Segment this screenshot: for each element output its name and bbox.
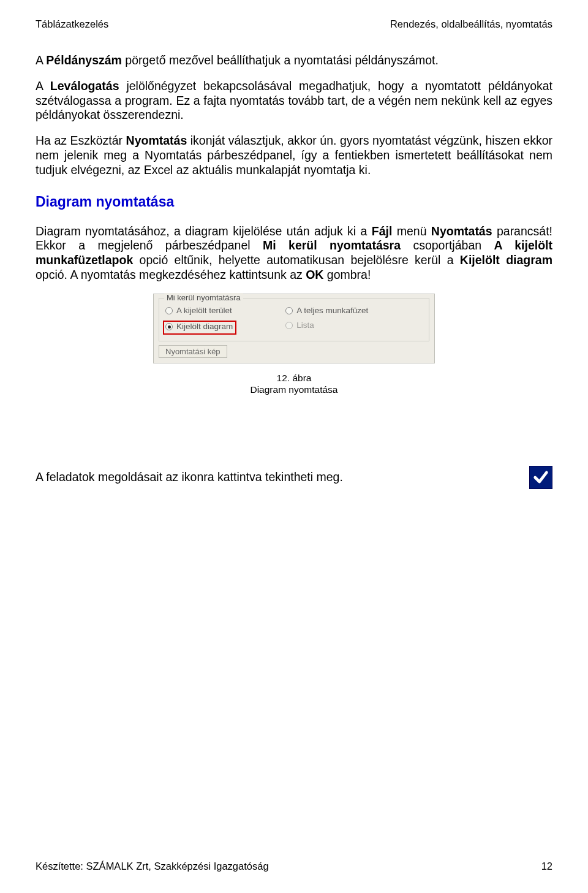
radio-label: A kijelölt terület xyxy=(176,306,232,316)
radio-selected-area[interactable]: A kijelölt terület xyxy=(165,306,236,316)
page-footer: Készítette: SZÁMALK Zrt, Szakképzési Iga… xyxy=(36,861,552,872)
caption-line: Diagram nyomtatása xyxy=(36,384,552,395)
print-what-groupbox: Mi kerül nyomtatásra A kijelölt terület … xyxy=(159,298,429,341)
header-right: Rendezés, oldalbeállítás, nyomtatás xyxy=(390,18,552,30)
bold-text: Nyomtatás xyxy=(126,134,187,147)
figure: Mi kerül nyomtatásra A kijelölt terület … xyxy=(36,294,552,363)
page-number: 12 xyxy=(541,861,552,872)
check-svg xyxy=(532,469,549,486)
radio-icon xyxy=(165,307,173,314)
print-preview-button[interactable]: Nyomtatási kép xyxy=(159,345,227,358)
radio-col-left: A kijelölt terület Kijelölt diagram xyxy=(165,306,236,335)
bold-text: Mi kerül nyomtatásra xyxy=(263,238,401,252)
body-content: A Példányszám pörgető mezővel beállíthat… xyxy=(36,53,552,489)
section-heading: Diagram nyomtatása xyxy=(36,193,552,210)
bold-text: Kijelölt diagram xyxy=(460,253,552,267)
radio-icon xyxy=(285,307,293,314)
text: opció eltűnik, helyette automatikusan be… xyxy=(133,253,460,267)
bold-text: Fájl xyxy=(372,224,393,238)
diagram-paragraph: Diagram nyomtatásához, a diagram kijelöl… xyxy=(36,224,552,283)
page-header: Táblázatkezelés Rendezés, oldalbeállítás… xyxy=(36,18,552,30)
text: csoportjában xyxy=(401,238,494,252)
checkmark-icon[interactable] xyxy=(529,466,552,489)
solutions-text: A feladatok megoldásait az ikonra kattin… xyxy=(36,470,343,485)
text: gombra! xyxy=(323,268,371,281)
caption-line: 12. ábra xyxy=(36,372,552,384)
radio-icon xyxy=(285,322,293,329)
figure-caption: 12. ábra Diagram nyomtatása xyxy=(36,372,552,396)
bold-text: Példányszám xyxy=(46,53,122,67)
text: A xyxy=(36,79,50,93)
radio-list[interactable]: Lista xyxy=(285,321,368,330)
radio-icon xyxy=(165,323,173,330)
bold-text: Nyomtatás xyxy=(431,224,492,238)
footer-left: Készítette: SZÁMALK Zrt, Szakképzési Iga… xyxy=(36,861,269,872)
paragraph-3: Ha az Eszköztár Nyomtatás ikonját válasz… xyxy=(36,134,552,177)
print-dialog-screenshot: Mi kerül nyomtatásra A kijelölt terület … xyxy=(153,294,435,363)
solutions-row: A feladatok megoldásait az ikonra kattin… xyxy=(36,466,552,489)
document-page: Táblázatkezelés Rendezés, oldalbeállítás… xyxy=(0,0,588,893)
text: pörgető mezővel beállíthatjuk a nyomtatá… xyxy=(122,53,439,67)
radio-label: A teljes munkafüzet xyxy=(296,306,368,316)
bold-text: Leválogatás xyxy=(50,79,119,93)
groupbox-legend: Mi kerül nyomtatásra xyxy=(164,293,243,303)
text: menü xyxy=(392,224,431,238)
radio-selected-diagram[interactable]: Kijelölt diagram xyxy=(165,322,233,332)
text: Ha az Eszköztár xyxy=(36,134,126,147)
radio-grid: A kijelölt terület Kijelölt diagram xyxy=(165,306,423,335)
paragraph-1: A Példányszám pörgető mezővel beállíthat… xyxy=(36,53,552,68)
radio-label: Lista xyxy=(296,321,314,330)
highlight-box: Kijelölt diagram xyxy=(163,321,236,334)
header-left: Táblázatkezelés xyxy=(36,18,108,30)
radio-entire-workbook[interactable]: A teljes munkafüzet xyxy=(285,306,368,316)
radio-col-right: A teljes munkafüzet Lista xyxy=(285,306,368,335)
text: Diagram nyomtatásához, a diagram kijelöl… xyxy=(36,224,372,238)
text: opció. A nyomtatás megkezdéséhez kattint… xyxy=(36,268,306,281)
bold-text: OK xyxy=(306,268,323,281)
radio-label: Kijelölt diagram xyxy=(176,322,233,332)
text: A xyxy=(36,53,46,67)
paragraph-2: A Leválogatás jelölőnégyzet bekapcsolásá… xyxy=(36,79,552,123)
